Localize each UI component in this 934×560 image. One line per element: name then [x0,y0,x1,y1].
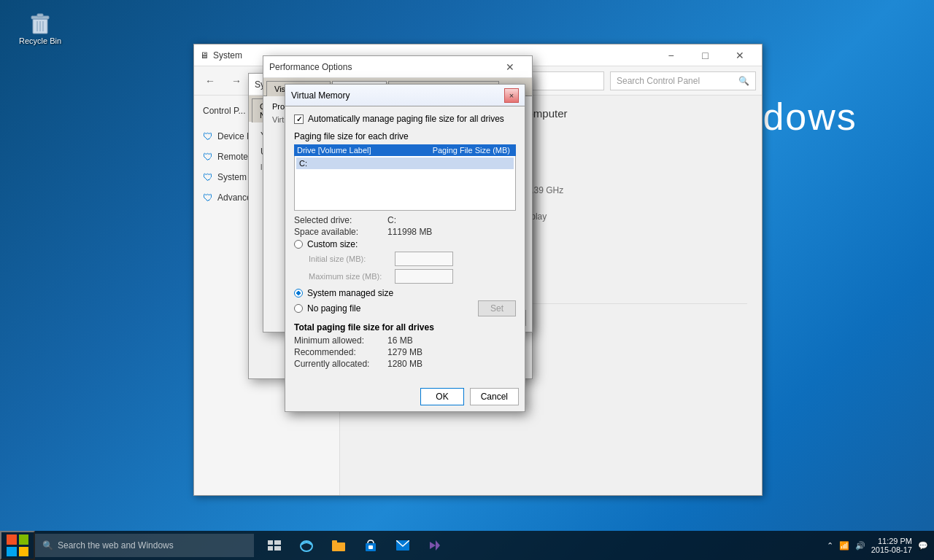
vm-titlebar: Virtual Memory × [285,85,525,106]
perf-controls: ✕ [493,56,526,78]
svg-rect-13 [332,540,337,543]
space-available-label: Space available: [294,227,382,237]
vm-footer: OK Cancel [420,388,519,405]
recommended-label: Recommended: [294,347,382,357]
shield-icon-1: 🛡 [203,131,213,142]
network-icon: 📶 [839,541,849,551]
currently-allocated-row: Currently allocated: 1280 MB [294,359,516,369]
vm-body: ✓ Automatically manage paging file size … [285,106,525,378]
min-allowed-label: Minimum allowed: [294,335,382,346]
no-paging-label: No paging file [307,303,360,314]
file-explorer-button[interactable] [324,531,353,560]
search-placeholder: Search Control Panel [617,76,700,86]
header-col1: Drive [Volume Label] [297,146,404,155]
shield-icon-4: 🛡 [203,192,213,203]
svg-rect-15 [368,545,373,549]
total-label: Total paging file size for all drives [294,322,516,332]
vm-close-btn[interactable]: × [504,88,519,103]
svg-rect-9 [274,546,281,551]
perf-title: Performance Options [269,62,352,72]
no-paging-radio-row: No paging file [294,303,360,314]
maximum-size-label: Maximum size (MB): [309,272,389,281]
vm-drive-info: Selected drive: C: Space available: 1119… [294,215,516,237]
taskbar-time: 11:29 PM [878,537,912,545]
system-window-controls: − □ ✕ [655,44,756,66]
notification-button[interactable]: 💬 [918,541,928,551]
recommended-value: 1279 MB [387,347,422,357]
recycle-bin-label: Recycle Bin [19,36,61,45]
recycle-bin-icon[interactable]: Recycle Bin [11,7,69,45]
maximum-size-row: Maximum size (MB): [309,269,516,284]
system-window-icon: 🖥 [200,50,209,61]
no-paging-row: No paging file Set [294,300,516,316]
sidebar-controlpanel-label: Control P... [203,106,245,116]
system-managed-row: System managed size [294,288,516,298]
taskbar-search-box[interactable]: 🔍 Search the web and Windows [35,534,254,557]
taskbar-right: ⌃ 📶 🔊 11:29 PM 2015-08-17 💬 [827,537,934,554]
selected-drive-row: Selected drive: C: [294,215,516,225]
no-paging-radio[interactable] [294,304,303,313]
shield-icon-3: 🛡 [203,171,213,183]
start-flag-icon [7,534,28,556]
desktop: Recycle Bin Windows 10 🖥 System − □ ✕ ← … [0,0,934,560]
auto-manage-checkbox[interactable]: ✓ [294,114,304,124]
selected-drive-value: C: [387,215,396,225]
space-available-value: 111998 MB [387,227,432,237]
initial-size-input[interactable] [395,252,453,266]
custom-size-radio[interactable] [294,240,303,249]
virtual-memory-dialog: Virtual Memory × ✓ Automatically manage … [285,84,525,412]
shield-icon-2: 🛡 [203,151,213,163]
drive-row-c[interactable]: C: [296,158,514,169]
close-button[interactable]: ✕ [723,44,756,66]
header-col2: Paging File Size (MB) [404,146,513,155]
taskbar-search-icon: 🔍 [42,540,53,551]
system-managed-radio[interactable] [294,289,303,298]
taskbar-chevron-up-icon[interactable]: ⌃ [827,541,833,551]
currently-allocated-label: Currently allocated: [294,359,382,369]
search-box[interactable]: Search Control Panel 🔍 [610,71,756,90]
maximum-size-input[interactable] [395,269,453,284]
minimize-button[interactable]: − [655,44,687,66]
set-button[interactable]: Set [478,300,516,316]
taskbar-clock[interactable]: 11:29 PM 2015-08-17 [871,537,912,554]
system-managed-label: System managed size [307,288,393,298]
task-view-button[interactable] [260,531,289,560]
paging-label: Paging file size for each drive [294,131,516,141]
taskbar-search-placeholder: Search the web and Windows [58,540,174,551]
checkbox-check: ✓ [296,115,302,123]
search-icon: 🔍 [738,76,749,86]
custom-size-label: Custom size: [307,239,358,249]
edge-button[interactable] [292,531,321,560]
svg-rect-2 [37,14,43,17]
perf-close-btn[interactable]: ✕ [493,56,526,78]
svg-rect-6 [268,540,273,545]
vm-table-body[interactable]: C: [294,156,516,211]
visual-studio-button[interactable] [420,531,449,560]
svg-rect-8 [268,546,273,551]
auto-manage-row: ✓ Automatically manage paging file size … [294,114,516,124]
currently-allocated-value: 1280 MB [387,359,422,369]
system-window-title: System [213,50,242,61]
space-available-row: Space available: 111998 MB [294,227,516,237]
mail-button[interactable] [388,531,417,560]
taskbar: 🔍 Search the web and Windows [0,531,934,560]
vm-close-icon: × [509,91,514,100]
volume-icon[interactable]: 🔊 [855,541,865,551]
store-button[interactable] [356,531,385,560]
auto-manage-label: Automatically manage paging file size fo… [308,114,504,124]
min-allowed-value: 16 MB [387,335,413,346]
minimum-allowed-row: Minimum allowed: 16 MB [294,335,516,346]
perf-titlebar: Performance Options ✕ [263,56,532,78]
initial-size-label: Initial size (MB): [309,254,389,263]
svg-rect-7 [274,540,281,545]
total-section: Total paging file size for all drives Mi… [294,322,516,369]
maximize-button[interactable]: □ [689,44,722,66]
start-button[interactable] [0,531,35,560]
forward-button[interactable]: → [226,71,247,91]
vm-cancel-button[interactable]: Cancel [470,388,519,405]
custom-size-row: Custom size: [294,239,516,249]
vm-ok-button[interactable]: OK [420,388,463,405]
vm-table-header: Drive [Volume Label] Paging File Size (M… [294,144,516,156]
taskbar-icon-group [260,531,449,560]
back-button[interactable]: ← [200,71,220,91]
